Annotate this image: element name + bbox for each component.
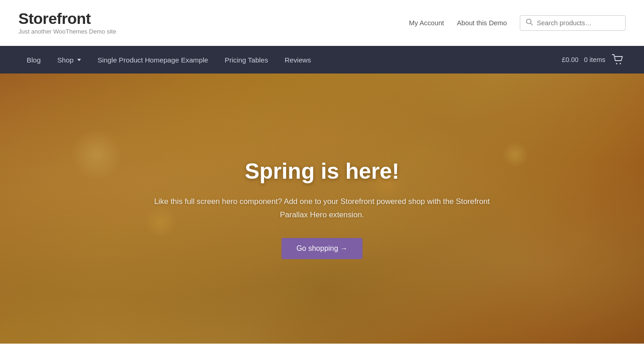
search-icon — [526, 18, 533, 28]
go-shopping-button[interactable]: Go shopping → — [282, 238, 362, 259]
cart-amount: £0.00 0 items — [562, 56, 605, 63]
svg-line-1 — [531, 23, 533, 25]
svg-point-2 — [616, 63, 617, 64]
hero-subtitle: Like this full screen hero component? Ad… — [152, 195, 492, 221]
chevron-down-icon — [77, 59, 81, 61]
hero-content: Spring is here! Like this full screen he… — [143, 158, 501, 260]
main-nav: Blog Shop Single Product Homepage Exampl… — [18, 46, 319, 74]
nav-single-product[interactable]: Single Product Homepage Example — [89, 46, 217, 74]
main-nav-bar: Blog Shop Single Product Homepage Exampl… — [0, 46, 644, 74]
hero-section: Spring is here! Like this full screen he… — [0, 74, 644, 344]
top-bar: Storefront Just another WooThemes Demo s… — [0, 0, 644, 46]
nav-pricing-tables[interactable]: Pricing Tables — [217, 46, 276, 74]
search-input[interactable] — [537, 19, 620, 27]
top-right: My Account About this Demo — [409, 15, 626, 31]
search-box — [520, 15, 626, 31]
svg-point-3 — [620, 63, 621, 64]
my-account-link[interactable]: My Account — [409, 19, 444, 27]
site-branding: Storefront Just another WooThemes Demo s… — [18, 11, 116, 35]
cart-widget[interactable]: £0.00 0 items — [562, 52, 626, 68]
nav-blog[interactable]: Blog — [18, 46, 49, 74]
hero-title: Spring is here! — [152, 158, 492, 185]
site-tagline: Just another WooThemes Demo site — [18, 28, 116, 35]
site-title: Storefront — [18, 11, 116, 28]
nav-reviews[interactable]: Reviews — [276, 46, 319, 74]
about-demo-link[interactable]: About this Demo — [457, 19, 507, 27]
nav-shop[interactable]: Shop — [49, 46, 89, 74]
cart-icon — [610, 52, 626, 68]
